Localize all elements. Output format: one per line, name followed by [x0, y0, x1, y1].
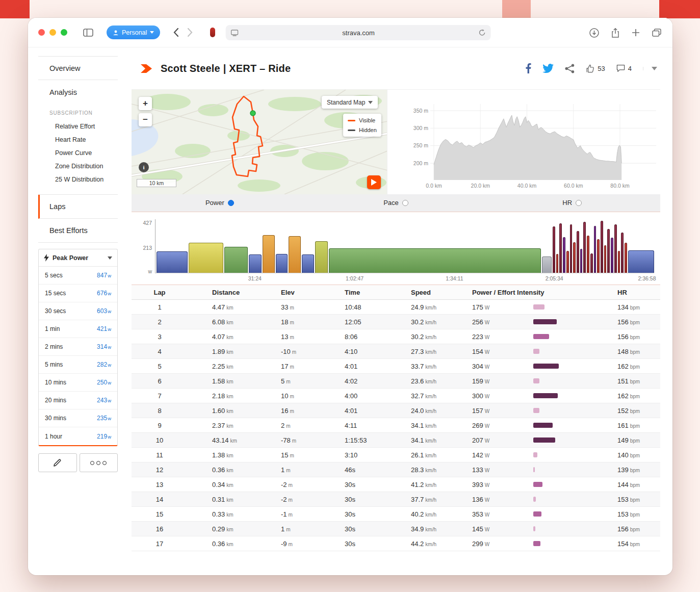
- table-row[interactable]: 111.38km15m3:1026.1km/h142W140bpm: [132, 448, 660, 462]
- map-zoom-in-button[interactable]: +: [139, 97, 152, 110]
- header-more-dropdown[interactable]: [643, 67, 657, 70]
- peak-power-row[interactable]: 15 secs676w: [39, 285, 117, 302]
- sidebar-toggle-icon[interactable]: [83, 29, 93, 37]
- peak-power-label: 30 mins: [45, 415, 66, 422]
- peak-power-row[interactable]: 20 mins243w: [39, 392, 117, 409]
- elevation-profile-chart: 350 m300 m250 m200 m0.0 km20.0 km40.0 km…: [387, 90, 660, 194]
- peak-power-row[interactable]: 1 min421w: [39, 320, 117, 338]
- table-row[interactable]: 92.37km2m4:1134.1km/h269W161bpm: [132, 418, 660, 433]
- fullscreen-window-button[interactable]: [61, 29, 67, 36]
- peak-power-row[interactable]: 10 mins250w: [39, 374, 117, 392]
- close-window-button[interactable]: [38, 29, 45, 36]
- table-row[interactable]: 61.58km5m4:0223.6km/h159W151bpm: [132, 374, 660, 389]
- tab-label: Pace: [383, 199, 399, 207]
- edit-laps-button[interactable]: [38, 453, 77, 472]
- peak-power-header[interactable]: Peak Power: [39, 249, 117, 267]
- tab-pace[interactable]: Pace: [308, 194, 484, 212]
- table-row[interactable]: 140.31km-2m30s37.7km/h136W153bpm: [132, 492, 660, 507]
- table-row[interactable]: 170.36km-9m30s44.2km/h299W154bpm: [132, 536, 660, 551]
- comment-bubble-icon: [616, 64, 625, 72]
- legend-item-visible[interactable]: Visible: [348, 117, 377, 123]
- sidebar-item-analysis[interactable]: Analysis: [38, 80, 118, 104]
- more-options-button[interactable]: [80, 453, 118, 472]
- table-row[interactable]: 120.36km1m46s28.3km/h133W139bpm: [132, 462, 660, 477]
- peak-power-row[interactable]: 5 mins282w: [39, 356, 117, 374]
- table-row[interactable]: 34.07km13m8:0630.2km/h223W156bpm: [132, 329, 660, 344]
- time-cell: 4:01: [320, 363, 386, 370]
- peak-power-row[interactable]: 5 secs847w: [39, 267, 117, 285]
- lap-number-cell: 6: [132, 377, 188, 385]
- table-row[interactable]: 52.25km17m4:0133.7km/h304W162bpm: [132, 359, 660, 374]
- distance-cell: 4.07km: [188, 333, 256, 341]
- power-bar-segment: [276, 254, 288, 273]
- share-icon[interactable]: [611, 28, 619, 38]
- share-nodes-icon[interactable]: [565, 64, 575, 73]
- tab-radio: [228, 200, 234, 206]
- peak-power-value: 235: [97, 415, 107, 422]
- person-icon: [113, 30, 119, 36]
- peak-power-label: 5 mins: [45, 361, 63, 368]
- sidebar-item-best-efforts[interactable]: Best Efforts: [38, 219, 118, 243]
- route-map[interactable]: + − Standard Map VisibleHidden i 10 km: [132, 90, 387, 194]
- speed-cell: 28.3km/h: [386, 466, 448, 474]
- chevron-down-icon: [652, 67, 657, 70]
- power-cell: 142W: [448, 451, 593, 459]
- power-cell: 159W: [448, 377, 593, 385]
- map-style-selector[interactable]: Standard Map: [322, 96, 378, 109]
- twitter-share-icon[interactable]: [542, 64, 554, 73]
- peak-power-value: 219: [97, 433, 107, 440]
- time-cell: 3:10: [320, 451, 386, 459]
- sidebar-item-power-curve[interactable]: Power Curve: [49, 146, 118, 160]
- legend-item-hidden[interactable]: Hidden: [348, 127, 377, 133]
- elev-cell: 13m: [256, 333, 320, 341]
- peak-power-unit: w: [108, 434, 111, 440]
- address-bar[interactable]: strava.com: [226, 25, 491, 40]
- peak-power-row[interactable]: 30 mins235w: [39, 409, 117, 427]
- table-row[interactable]: 130.34km-2m30s41.2km/h393W144bpm: [132, 477, 660, 492]
- sidebar-item-heart-rate[interactable]: Heart Rate: [49, 133, 118, 146]
- sidebar-item-zone-distribution[interactable]: Zone Distribution: [49, 160, 118, 173]
- time-cell: 10:48: [320, 303, 386, 311]
- sidebar-item-laps[interactable]: Laps: [38, 195, 118, 219]
- kudos-button[interactable]: 53: [586, 64, 605, 73]
- minimize-window-button[interactable]: [49, 29, 56, 36]
- table-row[interactable]: 26.08km18m12:0530.2km/h256W156bpm: [132, 315, 660, 329]
- extension-icon[interactable]: [210, 28, 215, 37]
- speed-cell: 34.9km/h: [386, 525, 448, 533]
- sidebar-item-25-w-distribution[interactable]: 25 W Distribution: [49, 173, 118, 186]
- table-row[interactable]: 14.47km33m10:4824.9km/h175W134bpm: [132, 300, 660, 315]
- table-row[interactable]: 150.33km-1m30s40.2km/h353W153bpm: [132, 507, 660, 522]
- table-row[interactable]: 41.89km-10m4:1027.3km/h154W148bpm: [132, 344, 660, 359]
- map-playback-button[interactable]: [367, 175, 381, 189]
- power-bar-segment: [315, 241, 328, 273]
- reload-icon[interactable]: [479, 29, 486, 36]
- peak-power-row[interactable]: 1 hour219w: [39, 427, 117, 445]
- comments-button[interactable]: 4: [616, 64, 632, 72]
- table-row[interactable]: 72.18km10m4:0032.7km/h300W162bpm: [132, 389, 660, 403]
- hr-cell: 139bpm: [593, 466, 660, 474]
- time-cell: 30s: [320, 510, 386, 518]
- sidebar-item-relative-effort[interactable]: Relative Effort: [49, 120, 118, 133]
- tab-hr[interactable]: HR: [484, 194, 660, 212]
- tab-overview-icon[interactable]: [652, 29, 661, 37]
- map-zoom-out-button[interactable]: −: [139, 113, 152, 126]
- tab-power[interactable]: Power: [132, 194, 308, 212]
- back-button[interactable]: [173, 28, 178, 37]
- table-row[interactable]: 1043.14km-78m1:15:5334.1km/h207W149bpm: [132, 433, 660, 448]
- peak-power-row[interactable]: 30 secs603w: [39, 302, 117, 320]
- map-style-label: Standard Map: [327, 99, 365, 106]
- hr-cell: 162bpm: [593, 363, 660, 370]
- map-info-icon[interactable]: i: [139, 162, 149, 172]
- profile-switcher-button[interactable]: Personal: [107, 25, 160, 39]
- facebook-share-icon[interactable]: [526, 63, 531, 73]
- sidebar-item-overview[interactable]: Overview: [38, 56, 118, 80]
- forward-button[interactable]: [188, 28, 193, 37]
- peak-power-row[interactable]: 2 mins314w: [39, 338, 117, 356]
- downloads-icon[interactable]: [589, 28, 599, 38]
- legend-label: Hidden: [359, 127, 377, 133]
- table-row[interactable]: 81.60km16m4:0124.0km/h157W152bpm: [132, 403, 660, 418]
- new-tab-icon[interactable]: [632, 29, 640, 37]
- page-settings-icon[interactable]: [231, 30, 239, 36]
- table-row[interactable]: 160.29km1m30s34.9km/h145W156bpm: [132, 522, 660, 536]
- tab-label: HR: [562, 199, 572, 207]
